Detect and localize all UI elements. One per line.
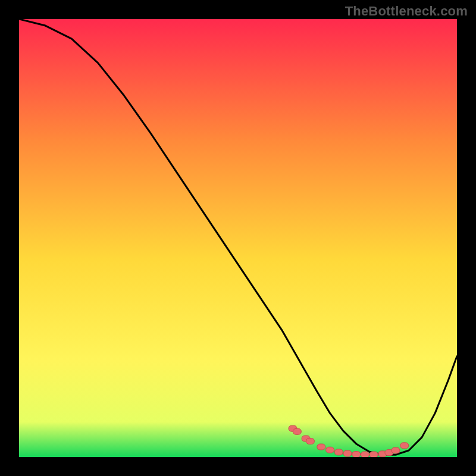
marker-point bbox=[400, 443, 409, 449]
marker-point bbox=[352, 452, 361, 457]
marker-point bbox=[361, 452, 369, 457]
marker-point bbox=[317, 444, 325, 450]
marker-point bbox=[392, 447, 400, 453]
marker-point bbox=[306, 439, 314, 444]
chart-svg bbox=[19, 19, 457, 457]
chart-frame: TheBottleneck.com bbox=[0, 0, 476, 476]
plot-area bbox=[19, 19, 457, 457]
marker-point bbox=[343, 450, 352, 456]
gradient-background bbox=[19, 19, 457, 457]
marker-point bbox=[326, 447, 334, 453]
marker-point bbox=[369, 452, 378, 457]
watermark-text: TheBottleneck.com bbox=[345, 4, 468, 19]
marker-point bbox=[293, 428, 301, 434]
marker-point bbox=[334, 449, 343, 455]
